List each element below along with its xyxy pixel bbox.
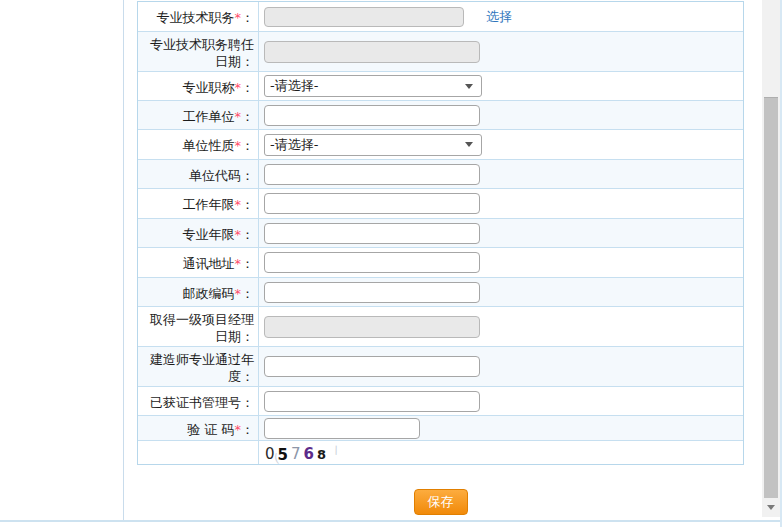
profession-years-input[interactable] bbox=[264, 223, 480, 244]
profile-form-table: 专业技术职务*： 选择 专业技术职务聘任日期： 专业职称*： -请选择- 工作单… bbox=[137, 1, 744, 465]
cert-number-input[interactable] bbox=[264, 391, 480, 412]
field-label: 工作单位*： bbox=[140, 108, 254, 125]
field-label: 建造师专业通过年度： bbox=[140, 351, 254, 385]
save-button-area: 保存 bbox=[137, 489, 744, 515]
row-professional-title: 专业职称*： -请选择- bbox=[138, 72, 743, 101]
row-mailing-address: 通讯地址*： bbox=[138, 248, 743, 278]
work-unit-input[interactable] bbox=[264, 105, 480, 126]
field-label: 验 证 码*： bbox=[140, 421, 254, 438]
row-work-years: 工作年限*： bbox=[138, 189, 743, 219]
field-label: 专业技术职务*： bbox=[140, 9, 254, 26]
row-captcha-image: 05768 bbox=[138, 441, 743, 464]
row-profession-years: 专业年限*： bbox=[138, 219, 743, 248]
row-cert-number: 已获证书管理号： bbox=[138, 387, 743, 416]
row-postal-code: 邮政编码*： bbox=[138, 278, 743, 307]
field-label: 工作年限*： bbox=[140, 196, 254, 213]
row-tech-position: 专业技术职务*： 选择 bbox=[138, 2, 743, 32]
professional-title-select[interactable]: -请选择- bbox=[264, 75, 482, 97]
content-left-border bbox=[123, 0, 124, 520]
unit-code-input[interactable] bbox=[264, 164, 480, 185]
select-value: -请选择- bbox=[270, 77, 318, 95]
captcha-input[interactable] bbox=[264, 418, 420, 439]
row-work-unit: 工作单位*： bbox=[138, 101, 743, 130]
field-label: 专业年限*： bbox=[140, 226, 254, 243]
save-button[interactable]: 保存 bbox=[414, 489, 468, 515]
row-pm-cert-date: 取得一级项目经理日期： bbox=[138, 307, 743, 347]
scrollbar-thumb[interactable] bbox=[764, 97, 778, 498]
field-label: 单位性质*： bbox=[140, 137, 254, 154]
captcha-digit: 0 bbox=[265, 445, 278, 463]
field-label: 邮政编码*： bbox=[140, 285, 254, 302]
select-value: -请选择- bbox=[270, 136, 318, 154]
captcha-digit: 6 bbox=[304, 445, 317, 463]
field-label: 单位代码： bbox=[140, 167, 254, 184]
row-unit-code: 单位代码： bbox=[138, 160, 743, 189]
captcha-digit: 7 bbox=[291, 445, 304, 463]
dropdown-arrow-icon bbox=[465, 142, 473, 147]
field-label: 专业职称*： bbox=[140, 79, 254, 96]
row-exam-pass-year: 建造师专业通过年度： bbox=[138, 347, 743, 387]
field-label: 取得一级项目经理日期： bbox=[140, 311, 254, 345]
unit-type-select[interactable]: -请选择- bbox=[264, 134, 482, 156]
scroll-down-button[interactable] bbox=[762, 497, 780, 517]
pm-cert-date-input-disabled bbox=[264, 316, 480, 338]
field-label: 通讯地址*： bbox=[140, 255, 254, 272]
postal-code-input[interactable] bbox=[264, 282, 480, 303]
mailing-address-input[interactable] bbox=[264, 252, 480, 273]
row-tech-position-hire-date: 专业技术职务聘任日期： bbox=[138, 32, 743, 72]
bottom-divider bbox=[0, 520, 782, 522]
field-label: 专业技术职务聘任日期： bbox=[140, 36, 254, 70]
exam-pass-year-input[interactable] bbox=[264, 356, 480, 377]
choose-link[interactable]: 选择 bbox=[486, 8, 512, 26]
registration-form-page: 专业技术职务*： 选择 专业技术职务聘任日期： 专业职称*： -请选择- 工作单… bbox=[0, 0, 782, 527]
work-years-input[interactable] bbox=[264, 193, 480, 214]
captcha-digit: 5 bbox=[278, 446, 291, 464]
field-label: 已获证书管理号： bbox=[140, 394, 254, 411]
captcha-image: 05768 bbox=[265, 443, 340, 463]
captcha-digit: 8 bbox=[317, 446, 329, 464]
row-unit-type: 单位性质*： -请选择- bbox=[138, 130, 743, 160]
row-captcha-input: 验 证 码*： bbox=[138, 416, 743, 441]
vertical-scrollbar[interactable] bbox=[762, 0, 780, 517]
dropdown-arrow-icon bbox=[465, 84, 473, 89]
tech-position-input-disabled bbox=[264, 7, 464, 27]
scroll-down-arrow-icon bbox=[767, 505, 775, 510]
hire-date-input-disabled bbox=[264, 41, 480, 63]
